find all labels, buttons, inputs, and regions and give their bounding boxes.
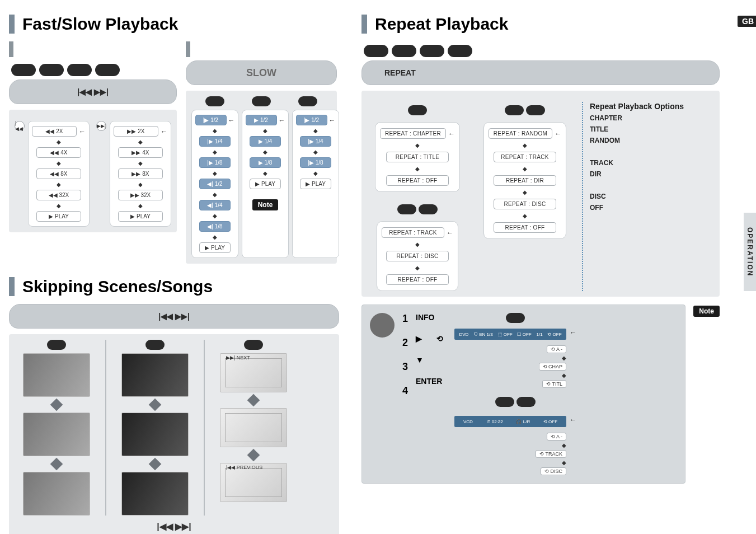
osd-strip-vcd: VCD ⏱ 02:22 🎧 L/R ⟲ OFF xyxy=(454,416,566,427)
slow-flow-divx: |▶ 1/2← ◆ |▶ 1/4 ◆ |▶ 1/8 ◆ ▶ PLAY xyxy=(292,110,339,258)
repeat-flow-dvd: REPEAT : CHAPTER← ◆ REPEAT : TITLE ◆ REP… xyxy=(375,122,460,192)
cursor-right-icon: ▶ xyxy=(416,334,422,343)
side-tab-operation: OPERATION xyxy=(744,213,756,291)
slow-flow-vcd: ▶ 1/2← ◆ ▶ 1/4 ◆ ▶ 1/8 ◆ ▶ PLAY Note xyxy=(242,110,289,258)
cursor-down-icon: ▼ xyxy=(416,355,443,364)
remote-button-icon xyxy=(370,313,395,338)
osd-strip-dvd: DVD 🗨 EN 1/3 ⬚ OFF ☐ OFF 1/1 ⟲ OFF xyxy=(454,329,566,340)
skip-thumbs-col-3: ▶▶| NEXT |◀◀ PREVIOUS xyxy=(212,340,295,516)
rewind-button-icon[interactable]: |◀◀ xyxy=(15,121,25,131)
skip-thumbs-col-2 xyxy=(113,340,197,516)
accent-bar xyxy=(9,41,13,57)
repeat-flow-cd: REPEAT : TRACK← ◆ REPEAT : DISC ◆ REPEAT… xyxy=(377,221,458,291)
forward-speed-flow: ▶▶ 2X← ◆ ▶▶ 4X ◆ ▶▶ 8X ◆ ▶▶ 32X ◆ ▶ PLAY xyxy=(110,121,171,227)
step-info-label: INFO xyxy=(416,313,443,322)
note-chip: Note xyxy=(252,199,279,210)
forward-button-icon[interactable]: ▶▶| xyxy=(96,121,106,131)
repeat-flow-mp3: REPEAT : RANDOM← ◆ REPEAT : TRACK ◆ REPE… xyxy=(483,122,566,239)
skip-keys-footer: |◀◀ ▶▶| xyxy=(15,521,334,532)
enter-label: ENTER xyxy=(416,377,443,386)
accent-bar xyxy=(186,41,190,57)
repeat-options-list: CHAPTER TITLE RANDOM TRACK DIR DISC OFF xyxy=(590,114,714,212)
section-title-repeat: Repeat Playback xyxy=(361,15,720,34)
repeat-title-bar: REPEAT xyxy=(361,60,720,85)
section-title-fastslow: Fast/Slow Playback xyxy=(9,15,339,34)
down-arrow-icon: ◆ xyxy=(57,139,61,145)
repeat-options-title: Repeat Playback Options xyxy=(590,102,714,111)
down-diamond-icon xyxy=(50,399,63,411)
disc-type-ovals xyxy=(9,60,177,79)
repeat-icon: ⟲ xyxy=(436,334,443,343)
slow-flow-dvd: |▶ 1/2← ◆ |▶ 1/4 ◆ |▶ 1/8 ◆ ◀| 1/2 ◆ ◀| … xyxy=(191,110,238,258)
skip-thumbs-col-1 xyxy=(15,340,98,516)
skip-keys-bar: |◀◀ ▶▶| xyxy=(9,79,177,104)
disc-type-ovals-repeat xyxy=(361,41,720,60)
page-lang-badge: GB xyxy=(738,16,756,27)
section-title-skipping: Skipping Scenes/Songs xyxy=(9,277,339,296)
rewind-speed-flow: ◀◀ 2X← ◆ ◀◀ 4X ◆ ◀◀ 8X ◆ ◀◀ 32X ◆ ▶ PLAY xyxy=(28,121,90,227)
repeat-info-steps-panel: 1 2 3 4 INFO ▶ ⟲ ▼ ENTER xyxy=(361,305,685,484)
skip-keys-bar-2: |◀◀ ▶▶| xyxy=(9,304,339,329)
note-chip: Note xyxy=(693,306,720,317)
slow-title-bar: SLOW xyxy=(186,60,337,85)
